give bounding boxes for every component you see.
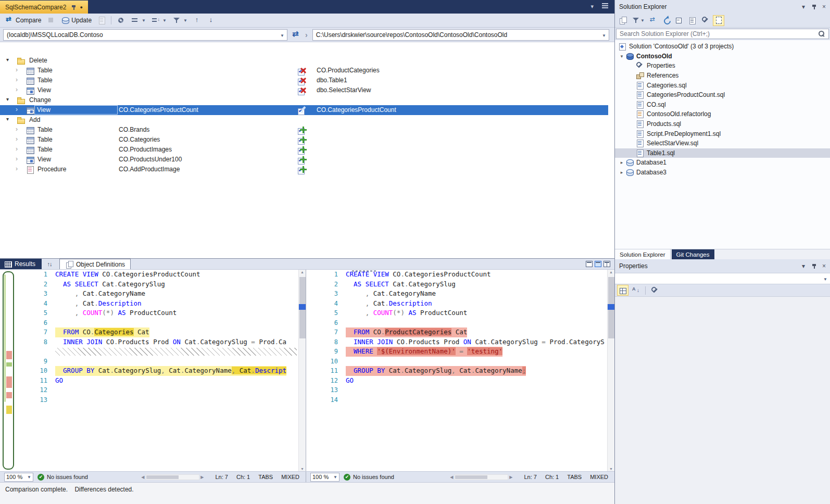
sync-with-active-document-button[interactable] — [648, 15, 659, 26]
chevron-down-icon[interactable]: ▾ — [802, 262, 805, 270]
source-database-combo[interactable]: (localdb)\MSSQLLocalDB.Contoso ▼ — [3, 29, 287, 41]
group-header-delete[interactable]: ▾Delete — [0, 56, 614, 66]
solution-explorer-tree[interactable]: Solution 'ContosoOld' (3 of 3 projects)▾… — [615, 40, 830, 249]
compare-row[interactable]: ›ViewCO.CategoriesProductCountCO.Categor… — [0, 105, 608, 115]
tree-item-table1-sql[interactable]: Table1.sql — [615, 148, 830, 158]
compare-row[interactable]: ›Tabledbo.Table1 — [0, 75, 614, 85]
alphabetical-button[interactable] — [630, 285, 642, 296]
scroll-up-icon[interactable]: ▲ — [299, 270, 306, 274]
scroll-right-icon[interactable]: ▶ — [200, 475, 204, 480]
options-button[interactable] — [114, 15, 128, 26]
script-icon — [97, 16, 106, 24]
solution-explorer-header[interactable]: Solution Explorer ▾ × — [615, 0, 830, 14]
tree-item-database1[interactable]: ▸Database1 — [615, 158, 830, 168]
chevron-down-icon[interactable]: ▾ — [802, 3, 805, 10]
close-icon[interactable]: × — [822, 262, 826, 270]
update-button[interactable]: Update — [58, 15, 94, 26]
show-all-files-button[interactable] — [713, 15, 724, 26]
compare-row[interactable]: ›Viewdbo.SelectStarView — [0, 85, 614, 95]
left-zoom-combo[interactable]: 100 %▼ — [4, 473, 33, 482]
compare-button[interactable]: Compare — [3, 15, 44, 26]
chevron-right-icon[interactable]: ▸ — [618, 160, 625, 165]
group-header-add[interactable]: ▾Add — [0, 115, 614, 125]
tree-item-database3[interactable]: ▸Database3 — [615, 168, 830, 178]
refresh-button[interactable] — [661, 15, 672, 26]
tree-item-script-predeployment1-sql[interactable]: Script.PreDeployment1.sql — [615, 129, 830, 138]
left-horizontal-scrollbar[interactable]: ◀▶ — [141, 474, 204, 480]
editor-right[interactable]: 1CREATE VIEW CO.CategoriesProductCount2 … — [306, 270, 614, 471]
dock-horizontal-button[interactable] — [586, 261, 593, 267]
left-vertical-scrollbar[interactable]: ▲ ▼ — [298, 270, 306, 471]
pin-icon[interactable] — [70, 4, 76, 10]
compare-row[interactable]: ›TableCO.Categories — [0, 135, 614, 145]
left-code-area[interactable]: 1CREATE VIEW CO.CategoriesProductCount2 … — [16, 270, 298, 471]
editor-left[interactable]: 1CREATE VIEW CO.CategoriesProductCount2 … — [16, 270, 306, 471]
right-vertical-scrollbar[interactable]: ▲ ▼ — [607, 270, 614, 471]
tree-item-solution-contosoold-3-of-3-projects-[interactable]: Solution 'ContosoOld' (3 of 3 projects) — [615, 42, 830, 52]
compare-row[interactable]: ›ProcedureCO.AddProductImage — [0, 165, 614, 174]
collapse-all-button[interactable] — [674, 15, 685, 26]
swap-source-target-icon[interactable] — [292, 31, 300, 39]
scroll-left-icon[interactable]: ◀ — [141, 475, 144, 480]
scrollbar-thumb[interactable] — [146, 475, 179, 479]
right-horizontal-scrollbar[interactable]: ◀▶ — [450, 474, 512, 480]
compare-row[interactable]: ›ViewCO.ProductsUnder100 — [0, 155, 614, 165]
tree-item-references[interactable]: References — [615, 71, 830, 81]
tree-item-categoriesproductcount-sql[interactable]: CategoriesProductCount.sql — [615, 90, 830, 100]
compare-row[interactable]: ›TableCO.ProductImages — [0, 145, 614, 155]
property-pages-button[interactable] — [649, 285, 661, 296]
switch-views-button[interactable] — [617, 15, 628, 26]
diff-overview-map[interactable] — [3, 271, 14, 470]
tree-item-contosoold[interactable]: ▾ContosoOld — [615, 52, 830, 61]
document-well-dropdown-icon[interactable]: ▾ — [590, 3, 594, 10]
compare-grid[interactable]: ▾Delete›TableCO.ProductCategories›Tabled… — [0, 42, 614, 258]
pending-changes-filter-button[interactable]: ▼ — [630, 15, 646, 26]
compare-row[interactable]: ›TableCO.ProductCategories — [0, 66, 614, 75]
chevron-right-icon[interactable]: ▸ — [618, 170, 625, 175]
previous-difference-button[interactable] — [191, 15, 204, 26]
preview-selected-button[interactable] — [700, 15, 711, 26]
search-icon[interactable] — [818, 30, 826, 38]
document-well-options-icon[interactable] — [602, 3, 608, 8]
properties-object-combo[interactable]: ▼ — [615, 273, 830, 284]
scroll-down-icon[interactable]: ▼ — [299, 467, 306, 471]
group-header-change[interactable]: ▾Change — [0, 95, 614, 105]
scroll-down-icon[interactable]: ▼ — [608, 467, 614, 471]
right-zoom-combo[interactable]: 100 %▼ — [310, 473, 339, 482]
scrollbar-thumb[interactable] — [455, 475, 487, 479]
properties-button[interactable] — [687, 15, 698, 26]
scroll-right-icon[interactable]: ▶ — [509, 475, 512, 480]
target-project-combo[interactable]: C:\Users\drskwier\source\repos\ContosoOl… — [312, 29, 609, 41]
splitter-grip[interactable] — [352, 270, 376, 272]
tree-item-categories-sql[interactable]: Categories.sql — [615, 80, 830, 90]
tab-git-changes[interactable]: Git Changes — [672, 249, 714, 259]
tab-solution-explorer[interactable]: Solution Explorer — [615, 249, 671, 259]
tree-item-contosoold-refactorlog[interactable]: ContosoOld.refactorlog — [615, 109, 830, 119]
chevron-down-icon[interactable]: ▾ — [618, 54, 625, 59]
encoding-indicator: MIXED — [590, 474, 608, 480]
sort-results-button[interactable]: ▼ — [149, 15, 169, 26]
scroll-left-icon[interactable]: ◀ — [450, 475, 453, 480]
search-input[interactable] — [616, 29, 829, 39]
tree-item-products-sql[interactable]: Products.sql — [615, 119, 830, 129]
tab-object-definitions[interactable]: Object Definitions — [59, 259, 131, 269]
tree-item-properties[interactable]: Properties — [615, 61, 830, 71]
tree-item-co-sql[interactable]: CO.sql — [615, 100, 830, 110]
tree-item-selectstarview-sql[interactable]: SelectStarView.sql — [615, 138, 830, 148]
dock-vertical-button[interactable] — [595, 261, 601, 267]
sort-definitions-button[interactable]: ↑↓ — [42, 259, 57, 269]
compare-row[interactable]: ›TableCO.Brands — [0, 125, 614, 135]
close-icon[interactable]: × — [822, 3, 826, 10]
pin-icon[interactable] — [810, 262, 817, 270]
group-results-button[interactable]: ▼ — [128, 15, 148, 26]
right-code-area[interactable]: 1CREATE VIEW CO.CategoriesProductCount2 … — [306, 270, 607, 471]
filter-button[interactable]: ▼ — [170, 15, 190, 26]
categorized-button[interactable] — [617, 285, 628, 296]
tab-sqlschemacompare2[interactable]: SqlSchemaCompare2 ● — [0, 1, 88, 14]
pin-icon[interactable] — [810, 3, 817, 10]
scroll-up-icon[interactable]: ▲ — [608, 270, 614, 274]
properties-header[interactable]: Properties ▾ × — [615, 259, 830, 273]
next-difference-button[interactable] — [205, 15, 218, 26]
swap-panes-button[interactable] — [603, 261, 610, 267]
tab-results[interactable]: Results — [0, 259, 42, 269]
